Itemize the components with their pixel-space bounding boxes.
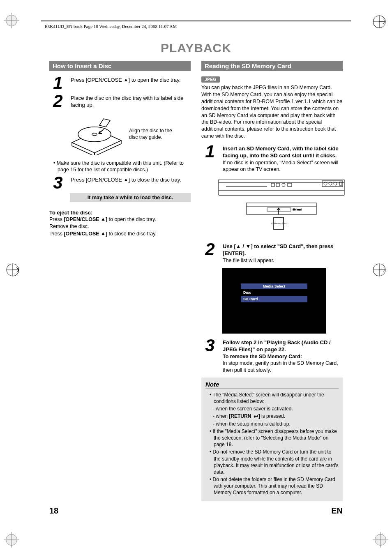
svg-rect-11: [219, 179, 344, 196]
left-column: How to Insert a Disc 1 Press [OPEN/CLOSE…: [49, 61, 191, 501]
header-meta: E5K41UD_EN.book Page 18 Wednesday, Decem…: [45, 24, 177, 29]
crop-mark-mid-left: [6, 263, 20, 279]
step-2-right: 2 Use [▲ / ▼] to select "SD Card", then …: [201, 242, 343, 264]
sd-intro: You can play back the JPEG files in an S…: [201, 84, 343, 140]
header-rule: [41, 21, 351, 21]
step-2-left: 2 Place the disc on the disc tray with i…: [49, 93, 191, 109]
step-3-left: 3 Press [OPEN/CLOSE ▲] to close the disc…: [49, 175, 191, 191]
svg-rect-17: [288, 183, 292, 187]
eject-line2: Remove the disc.: [49, 223, 191, 230]
crop-mark-mid-right: [372, 263, 386, 279]
eject-line3: Press [OPEN/CLOSE ▲] to close the disc t…: [49, 230, 191, 237]
jpeg-badge: JPEG: [201, 76, 220, 83]
step-number: 2: [49, 93, 67, 109]
eject-line1: Press [OPEN/CLOSE ▲] to open the disc tr…: [49, 216, 191, 223]
step-1-left: 1 Press [OPEN/CLOSE ▲] to open the disc …: [49, 75, 191, 91]
note-item: • Do not remove the SD Memory Card or tu…: [206, 449, 339, 475]
svg-rect-24: [247, 203, 316, 214]
step-number: 2: [201, 242, 219, 264]
compat-note: • Make sure the disc is compatible with …: [53, 160, 191, 174]
step-number: 1: [49, 75, 67, 91]
down-arrow-icon: ▼: [246, 243, 251, 249]
step-text: Follow step 2 in "Playing Back (Audio CD…: [223, 338, 343, 373]
step-text: Place the disc on the disc tray with its…: [71, 93, 191, 109]
svg-point-16: [282, 183, 285, 187]
eject-icon: ▲: [124, 177, 129, 182]
disc-tray-figure: Align the disc to the disc tray guide.: [70, 114, 191, 155]
right-column: Reading the SD Memory Card JPEG You can …: [201, 61, 343, 501]
note-item: • The "Media Select" screen will disappe…: [206, 391, 339, 405]
media-select-title: Media Select: [241, 283, 307, 289]
footer: 18 EN: [0, 501, 392, 516]
svg-rect-14: [271, 183, 274, 187]
svg-rect-15: [276, 183, 279, 187]
step-number: 3: [49, 175, 67, 191]
media-select-figure: Media Select Disc SD Card: [222, 268, 343, 334]
note-title: Note: [205, 381, 339, 389]
step-text: Insert an SD Memory Card, with the label…: [223, 144, 343, 173]
step-3-right: 3 Follow step 2 in "Playing Back (Audio …: [201, 338, 343, 373]
step-text: Press [OPEN/CLOSE ▲] to open the disc tr…: [71, 75, 180, 91]
step-1-right: 1 Insert an SD Memory Card, with the lab…: [201, 144, 343, 173]
crop-mark-top-right: [372, 15, 386, 30]
page-number: 18: [49, 506, 58, 516]
note-subitem: - when the screen saver is activated.: [206, 405, 339, 412]
svg-point-10: [92, 133, 97, 136]
step-text: Use [▲ / ▼] to select "SD Card", then pr…: [223, 242, 343, 264]
section-insert-disc: How to Insert a Disc: [49, 61, 191, 71]
device-figure: SD card SD Memory Card: [218, 178, 343, 237]
svg-text:SD card: SD card: [293, 208, 302, 211]
figure-caption: Align the disc to the disc tray guide.: [129, 128, 178, 140]
step-number: 1: [201, 144, 219, 173]
page-title: PLAYBACK: [0, 41, 392, 55]
note-item: • Do not delete the folders or files in …: [206, 476, 339, 496]
disc-tray-icon: [70, 114, 123, 155]
eject-icon: ▲: [101, 216, 106, 222]
language-code: EN: [331, 506, 343, 516]
note-item: • If the "Media Select" screen disappear…: [206, 428, 339, 448]
return-icon: [253, 415, 258, 419]
section-sd-card: Reading the SD Memory Card: [201, 61, 343, 71]
up-arrow-icon: ▲: [236, 243, 241, 249]
note-subitem: - when [RETURN ] is pressed.: [206, 413, 339, 419]
eject-icon: ▲: [124, 77, 129, 83]
step-number: 3: [201, 338, 219, 373]
note-box: Note • The "Media Select" screen will di…: [201, 378, 343, 501]
media-option-sdcard: SD Card: [241, 296, 307, 302]
crop-mark-top-left: [6, 15, 17, 26]
load-note: It may take a while to load the disc.: [70, 193, 191, 202]
eject-heading: To eject the disc:: [49, 210, 191, 216]
step-text: Press [OPEN/CLOSE ▲] to close the disc t…: [71, 175, 181, 191]
media-option-disc: Disc: [241, 289, 307, 296]
sd-card-label: SD Memory Card: [271, 222, 287, 225]
eject-icon: ▲: [101, 230, 106, 236]
note-subitem: - when the setup menu is called up.: [206, 421, 339, 427]
